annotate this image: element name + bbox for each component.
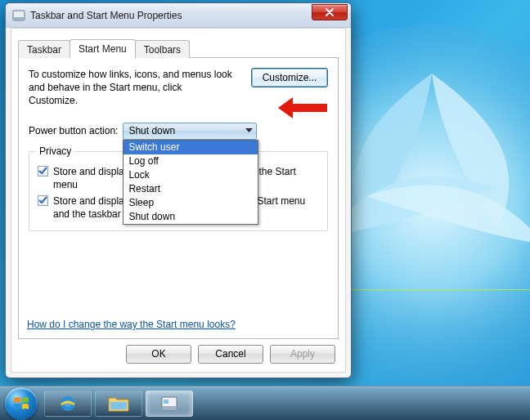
properties-window-icon	[160, 395, 178, 413]
svg-rect-8	[164, 400, 168, 404]
power-button-dropdown: Switch userLog offLockRestartSleepShut d…	[123, 140, 258, 225]
power-option[interactable]: Shut down	[124, 210, 258, 224]
taskbar-app-explorer[interactable]	[95, 391, 142, 417]
ie-icon	[58, 394, 78, 413]
chevron-down-icon	[245, 128, 253, 133]
power-option[interactable]: Switch user	[124, 141, 258, 154]
taskbar[interactable]	[0, 386, 530, 420]
instructions-text: To customize how links, icons, and menus…	[29, 68, 233, 108]
customize-button[interactable]: Customize...	[251, 68, 328, 87]
close-icon	[325, 8, 335, 16]
close-button[interactable]	[312, 4, 348, 20]
start-button[interactable]	[5, 387, 38, 420]
tab-strip: Taskbar Start Menu Toolbars	[18, 38, 339, 58]
power-option[interactable]: Lock	[124, 168, 258, 182]
window-app-icon	[12, 9, 25, 22]
power-button-label: Power button action:	[29, 125, 118, 136]
check-icon	[38, 196, 47, 205]
power-button-combo[interactable]: Shut down Switch userLog offLockRestartS…	[123, 123, 257, 140]
privacy-legend: Privacy	[36, 145, 74, 157]
cancel-button[interactable]: Cancel	[198, 345, 263, 364]
check-icon	[38, 167, 47, 176]
privacy-checkbox-2[interactable]	[38, 195, 48, 206]
power-option[interactable]: Log off	[124, 154, 258, 168]
dialog-buttons: OK Cancel Apply	[126, 345, 335, 364]
svg-rect-7	[162, 406, 177, 410]
taskbar-app-ie[interactable]	[44, 391, 92, 417]
svg-point-4	[65, 400, 71, 407]
ok-button[interactable]: OK	[126, 345, 191, 364]
tab-page-start-menu: To customize how links, icons, and menus…	[18, 58, 339, 339]
properties-window: Taskbar and Start Menu Properties Taskba…	[5, 2, 352, 378]
wallpaper-horizon-line	[352, 289, 530, 290]
svg-rect-2	[13, 17, 25, 20]
folder-icon	[108, 395, 129, 413]
help-link[interactable]: How do I change the way the Start menu l…	[27, 319, 236, 330]
titlebar[interactable]: Taskbar and Start Menu Properties	[6, 3, 351, 28]
combo-dropdown-button[interactable]	[241, 123, 256, 139]
tab-toolbars[interactable]: Toolbars	[135, 40, 190, 58]
power-option[interactable]: Sleep	[124, 196, 258, 210]
tab-start-menu[interactable]: Start Menu	[70, 39, 136, 58]
taskbar-app-properties[interactable]	[146, 391, 193, 417]
power-button-value: Shut down	[124, 125, 241, 136]
window-title: Taskbar and Start Menu Properties	[30, 10, 312, 21]
windows-logo-icon	[12, 395, 30, 413]
window-client-area: Taskbar Start Menu Toolbars To customize…	[11, 28, 346, 373]
apply-button[interactable]: Apply	[270, 345, 335, 364]
tab-taskbar[interactable]: Taskbar	[18, 40, 70, 58]
svg-rect-5	[110, 402, 127, 409]
power-option[interactable]: Restart	[124, 182, 258, 196]
privacy-checkbox-1[interactable]	[38, 166, 48, 176]
